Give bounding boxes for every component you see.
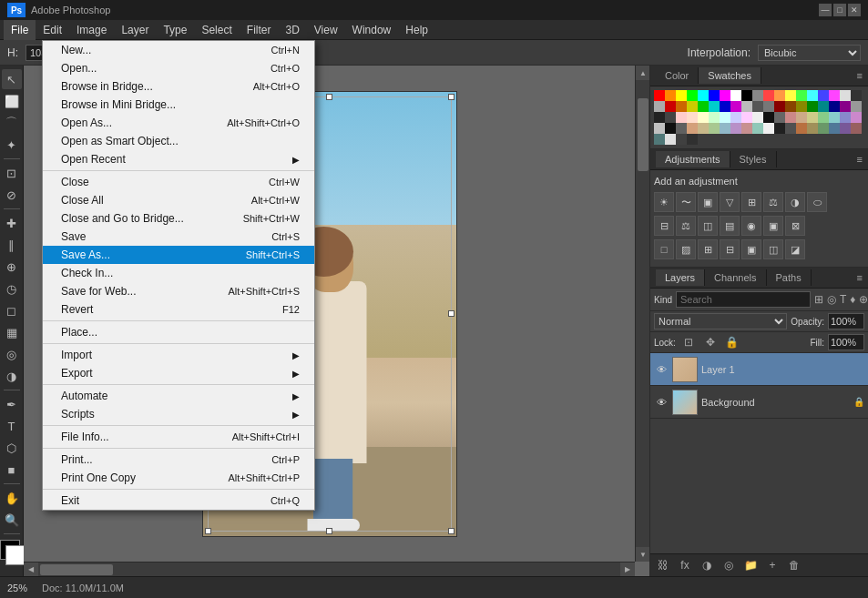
menu-item-layer[interactable]: Layer: [114, 20, 156, 40]
swatch-39[interactable]: [665, 112, 676, 123]
adj-posterize[interactable]: ⊠: [785, 216, 805, 236]
adj-extra1[interactable]: ⊟: [720, 239, 740, 259]
swatch-16[interactable]: [829, 90, 840, 101]
adj-exposure[interactable]: ▣: [698, 192, 718, 212]
swatch-33[interactable]: [807, 101, 818, 112]
swatch-0[interactable]: [654, 90, 665, 101]
layer-item-background[interactable]: 👁 Background 🔒: [650, 386, 868, 419]
fill-input[interactable]: [828, 334, 864, 350]
adj-levels[interactable]: ⚖: [676, 216, 696, 236]
text-tool[interactable]: T: [2, 416, 22, 436]
menu-save-web[interactable]: Save for Web... Alt+Shift+Ctrl+S: [43, 282, 314, 300]
swatch-5[interactable]: [709, 90, 720, 101]
swatch-30[interactable]: [774, 101, 785, 112]
menu-item-select[interactable]: Select: [194, 20, 239, 40]
h-scroll-right[interactable]: ▶: [620, 563, 635, 577]
adj-photofilter[interactable]: ⬭: [807, 192, 827, 212]
swatch-22[interactable]: [687, 101, 698, 112]
swatch-49[interactable]: [774, 112, 785, 123]
menu-save[interactable]: Save Ctrl+S: [43, 228, 314, 246]
layers-panel-menu-icon[interactable]: ≡: [857, 272, 863, 283]
swatch-27[interactable]: [741, 101, 752, 112]
lock-all-btn[interactable]: 🔒: [723, 334, 741, 350]
swatch-77[interactable]: [665, 134, 676, 145]
swatch-28[interactable]: [752, 101, 763, 112]
menu-print-one[interactable]: Print One Copy Alt+Shift+Ctrl+P: [43, 469, 314, 487]
path-tool[interactable]: ⬡: [2, 438, 22, 458]
v-scroll-down[interactable]: ▼: [636, 547, 649, 562]
swatch-43[interactable]: [709, 112, 720, 123]
swatch-3[interactable]: [687, 90, 698, 101]
menu-close-bridge[interactable]: Close and Go to Bridge... Shift+Ctrl+W: [43, 209, 314, 228]
swatch-18[interactable]: [851, 90, 862, 101]
swatch-37[interactable]: [851, 101, 862, 112]
swatch-10[interactable]: [763, 90, 774, 101]
swatch-45[interactable]: [730, 112, 741, 123]
swatch-78[interactable]: [676, 134, 687, 145]
swatch-29[interactable]: [763, 101, 774, 112]
swatch-31[interactable]: [785, 101, 796, 112]
zoom-tool[interactable]: 🔍: [2, 510, 22, 530]
menu-browse-bridge[interactable]: Browse in Bridge... Alt+Ctrl+O: [43, 77, 314, 96]
swatch-4[interactable]: [698, 90, 709, 101]
opacity-input[interactable]: [828, 313, 864, 329]
adj-gradient2[interactable]: ▨: [676, 239, 696, 259]
menu-exit[interactable]: Exit Ctrl+Q: [43, 492, 314, 510]
marquee-tool[interactable]: ⬜: [2, 91, 22, 111]
tab-swatches[interactable]: Swatches: [699, 67, 761, 84]
layers-mask-btn[interactable]: ◑: [698, 557, 716, 573]
lasso-tool[interactable]: ⌒: [2, 113, 22, 133]
adj-gradient[interactable]: ▤: [720, 216, 740, 236]
swatch-46[interactable]: [741, 112, 752, 123]
swatch-6[interactable]: [720, 90, 730, 101]
adj-extra3[interactable]: ◫: [763, 239, 783, 259]
blur-tool[interactable]: ◎: [2, 344, 22, 364]
menu-open-smart[interactable]: Open as Smart Object...: [43, 132, 314, 150]
swatch-35[interactable]: [829, 101, 840, 112]
layer-item-layer1[interactable]: 👁 Layer 1: [650, 353, 868, 386]
healing-tool[interactable]: ✚: [2, 213, 22, 233]
swatch-67[interactable]: [763, 123, 774, 134]
swatch-44[interactable]: [720, 112, 730, 123]
swatch-50[interactable]: [785, 112, 796, 123]
swatch-48[interactable]: [763, 112, 774, 123]
clone-tool[interactable]: ⊕: [2, 257, 22, 277]
swatch-60[interactable]: [687, 123, 698, 134]
history-tool[interactable]: ◷: [2, 279, 22, 299]
swatch-23[interactable]: [698, 101, 709, 112]
adj-selective[interactable]: ◉: [741, 216, 761, 236]
menu-open[interactable]: Open... Ctrl+O: [43, 59, 314, 77]
layers-new-btn[interactable]: +: [763, 557, 781, 573]
v-scroll-up[interactable]: ▲: [636, 66, 649, 80]
swatch-15[interactable]: [818, 90, 829, 101]
swatch-74[interactable]: [840, 123, 851, 134]
vertical-scrollbar[interactable]: ▲ ▼: [635, 66, 649, 562]
menu-item-edit[interactable]: Edit: [36, 20, 69, 40]
close-button[interactable]: ✕: [848, 4, 861, 16]
swatch-20[interactable]: [665, 101, 676, 112]
swatch-58[interactable]: [665, 123, 676, 134]
v-scroll-thumb[interactable]: [638, 98, 648, 171]
adj-channel[interactable]: ⊟: [654, 216, 674, 236]
adj-extra4[interactable]: ◪: [785, 239, 805, 259]
swatch-68[interactable]: [774, 123, 785, 134]
swatch-73[interactable]: [829, 123, 840, 134]
menu-item-3d[interactable]: 3D: [278, 20, 306, 40]
background-color[interactable]: [5, 545, 26, 565]
gradient-tool[interactable]: ▦: [2, 322, 22, 342]
eraser-tool[interactable]: ◻: [2, 300, 22, 320]
swatch-79[interactable]: [687, 134, 698, 145]
menu-file-info[interactable]: File Info... Alt+Shift+Ctrl+I: [43, 428, 314, 446]
menu-revert[interactable]: Revert F12: [43, 300, 314, 319]
adj-vibrance[interactable]: ▽: [720, 192, 740, 212]
layers-fx-btn[interactable]: fx: [676, 557, 694, 573]
swatch-52[interactable]: [807, 112, 818, 123]
swatch-25[interactable]: [720, 101, 730, 112]
hand-tool[interactable]: ✋: [2, 488, 22, 508]
color-panel-menu-icon[interactable]: ≡: [857, 70, 863, 81]
swatch-47[interactable]: [752, 112, 763, 123]
swatch-71[interactable]: [807, 123, 818, 134]
menu-check-in[interactable]: Check In...: [43, 264, 314, 282]
lock-pixels-btn[interactable]: ⊡: [679, 334, 698, 350]
layers-tool3[interactable]: ♦: [850, 291, 855, 308]
